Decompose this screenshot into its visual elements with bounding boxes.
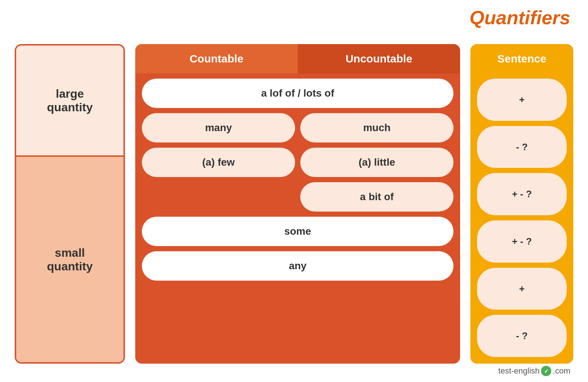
main-content: large quantity small quantity Countable … (15, 44, 573, 364)
uncountable-header: Uncountable (298, 44, 460, 73)
middle-rows: a lof of / lots of many much (a) few (135, 73, 460, 364)
small-quantity-label: small quantity (47, 246, 93, 273)
few-cell: (a) few (142, 148, 295, 177)
check-icon: ✓ (541, 366, 551, 376)
sentence-row-1: - ? (477, 126, 567, 168)
a-bit-of-cell: a bit of (300, 182, 453, 212)
much-cell: much (300, 113, 453, 143)
page-title: Quantifiers (470, 7, 571, 29)
row-few-little: (a) few (a) little (142, 148, 453, 177)
right-panel: Sentence + - ? + - ? + - ? + (470, 44, 573, 364)
lots-of-label: a lof of / lots of (261, 87, 334, 99)
any-label: any (289, 260, 306, 272)
page-wrapper: Quantifiers large quantity small quantit… (0, 0, 588, 382)
footer: test-english ✓ .com (498, 366, 570, 376)
sentence-row-5: - ? (477, 315, 567, 357)
row-many-much: many much (142, 113, 453, 143)
middle-header: Countable Uncountable (135, 44, 460, 73)
some-label: some (284, 226, 311, 237)
little-label: (a) little (359, 156, 395, 168)
footer-text-left: test-english (498, 366, 540, 376)
sentence-value-0: + (519, 94, 524, 105)
spacer (142, 182, 295, 212)
large-quantity-label: large quantity (47, 87, 93, 114)
row-lots-of: a lof of / lots of (142, 79, 453, 108)
many-label: many (205, 122, 232, 134)
right-rows: + - ? + - ? + - ? + - ? (470, 73, 573, 364)
sentence-row-3: + - ? (477, 220, 567, 263)
middle-panel: Countable Uncountable a lof of / lots of… (135, 44, 460, 364)
little-cell: (a) little (300, 148, 453, 177)
row-some: some (142, 217, 453, 246)
much-label: much (363, 122, 391, 134)
left-panel: large quantity small quantity (15, 44, 125, 364)
row-any: any (142, 251, 453, 281)
large-quantity-cell: large quantity (16, 46, 123, 157)
sentence-value-2: + - ? (512, 188, 532, 200)
sentence-header: Sentence (470, 44, 573, 73)
sentence-row-0: + (477, 79, 567, 121)
sentence-label: Sentence (497, 53, 546, 65)
many-cell: many (142, 113, 295, 143)
sentence-value-1: - ? (516, 141, 528, 153)
sentence-value-3: + - ? (512, 236, 532, 247)
row-a-bit-of: a bit of (142, 182, 453, 212)
a-bit-of-label: a bit of (360, 191, 394, 203)
sentence-row-4: + (477, 268, 567, 310)
footer-text-right: .com (553, 366, 570, 376)
sentence-row-2: + - ? (477, 173, 567, 215)
small-quantity-cell: small quantity (16, 157, 123, 362)
sentence-value-5: - ? (516, 330, 528, 342)
countable-header: Countable (135, 44, 298, 73)
few-label: (a) few (202, 156, 235, 168)
uncountable-label: Uncountable (345, 53, 412, 65)
countable-label: Countable (190, 53, 244, 65)
sentence-value-4: + (519, 283, 524, 295)
